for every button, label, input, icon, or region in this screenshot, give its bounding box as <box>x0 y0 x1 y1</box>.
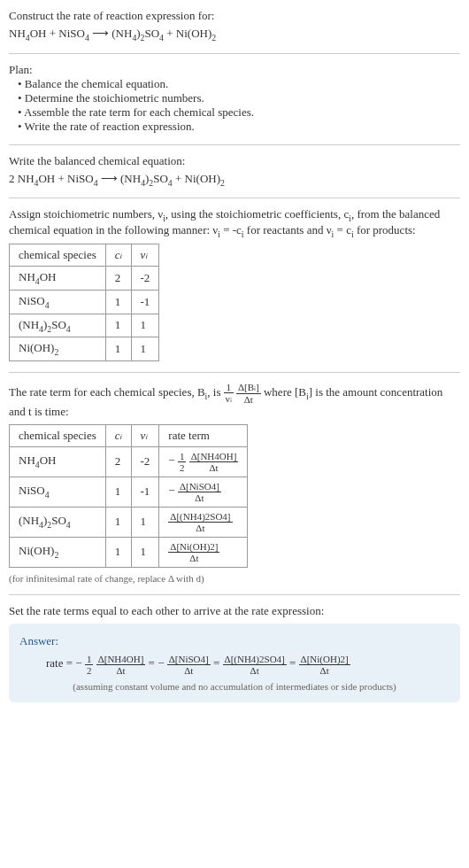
rateterm-text: The rate term for each chemical species,… <box>9 382 460 419</box>
ci-cell: 2 <box>105 267 131 291</box>
species-cell: NH4OH <box>10 267 106 291</box>
divider <box>9 372 460 373</box>
fraction: Δ[Ni(OH)2]Δt <box>299 654 350 676</box>
plan-item: • Assemble the rate term for each chemic… <box>18 105 460 120</box>
fraction: Δ[(NH4)2SO4]Δt <box>168 511 232 533</box>
vi-cell: -1 <box>131 477 159 507</box>
table-header: rate term <box>159 424 248 446</box>
species-cell: Ni(OH)2 <box>10 337 106 361</box>
table-header: chemical species <box>10 244 106 267</box>
ci-cell: 1 <box>105 314 131 337</box>
divider <box>9 53 460 54</box>
table-row: NH4OH 2 -2 − 12 Δ[NH4OH]Δt <box>10 446 248 477</box>
vi-cell: 1 <box>131 537 159 567</box>
plan-item: • Write the rate of reaction expression. <box>18 120 460 134</box>
table-header-row: chemical species cᵢ νᵢ <box>10 244 159 267</box>
vi-cell: 1 <box>131 507 159 537</box>
rate-cell: − Δ[NiSO4]Δt <box>159 477 248 507</box>
answer-box: Answer: rate = − 12 Δ[NH4OH]Δt = − Δ[NiS… <box>9 624 460 702</box>
species-cell: NiSO4 <box>10 477 106 507</box>
table-row: NiSO4 1 -1 − Δ[NiSO4]Δt <box>10 477 248 507</box>
divider <box>9 594 460 595</box>
fraction: 12 <box>178 451 187 473</box>
vi-cell: -1 <box>131 290 159 314</box>
answer-title: Answer: <box>19 634 450 648</box>
species-cell: NiSO4 <box>10 290 106 314</box>
table-row: (NH4)2SO4 1 1 Δ[(NH4)2SO4]Δt <box>10 507 248 537</box>
rate-cell: − 12 Δ[NH4OH]Δt <box>159 446 248 477</box>
vi-cell: 1 <box>131 337 159 361</box>
balanced-section: Write the balanced chemical equation: 2 … <box>9 154 460 188</box>
answer-note: (assuming constant volume and no accumul… <box>19 681 450 692</box>
rate-term-table: chemical species cᵢ νᵢ rate term NH4OH 2… <box>9 424 248 568</box>
plan-section: Plan: • Balance the chemical equation. •… <box>9 63 460 134</box>
vi-cell: -2 <box>131 267 159 291</box>
vi-cell: 1 <box>131 314 159 337</box>
rate-cell: Δ[Ni(OH)2]Δt <box>159 537 248 567</box>
table-header: cᵢ <box>105 424 131 446</box>
ci-cell: 1 <box>105 477 131 507</box>
divider <box>9 144 460 145</box>
unbalanced-equation: NH4OH + NiSO4 ⟶ (NH4)2SO4 + Ni(OH)2 <box>9 27 460 43</box>
fraction: 12 <box>85 654 94 676</box>
final-section: Set the rate terms equal to each other t… <box>9 604 460 702</box>
fraction: Δ[NiSO4]Δt <box>167 654 211 676</box>
stoichiometry-table: chemical species cᵢ νᵢ NH4OH 2 -2 NiSO4 … <box>9 244 159 360</box>
table-row: NH4OH 2 -2 <box>10 267 159 291</box>
table-header: chemical species <box>10 424 106 446</box>
table-header: νᵢ <box>131 424 159 446</box>
fraction: Δ[NH4OH]Δt <box>189 451 239 473</box>
fraction: Δ[NiSO4]Δt <box>178 481 221 503</box>
balanced-equation: 2 NH4OH + NiSO4 ⟶ (NH4)2SO4 + Ni(OH)2 <box>9 172 460 188</box>
divider <box>9 198 460 198</box>
table-header: cᵢ <box>105 244 131 267</box>
assign-section: Assign stoichiometric numbers, νi, using… <box>9 207 460 361</box>
ci-cell: 2 <box>105 446 131 477</box>
species-cell: Ni(OH)2 <box>10 537 106 567</box>
plan-item: • Determine the stoichiometric numbers. <box>18 91 460 105</box>
fraction: Δ[Bᵢ]Δt <box>236 382 261 405</box>
balanced-title: Write the balanced chemical equation: <box>9 154 460 168</box>
species-cell: (NH4)2SO4 <box>10 507 106 537</box>
vi-cell: -2 <box>131 446 159 477</box>
species-cell: NH4OH <box>10 446 106 477</box>
plan-title: Plan: <box>9 63 460 77</box>
prompt-title: Construct the rate of reaction expressio… <box>9 9 460 23</box>
final-text: Set the rate terms equal to each other t… <box>9 604 460 618</box>
table-row: Ni(OH)2 1 1 Δ[Ni(OH)2]Δt <box>10 537 248 567</box>
plan-item: • Balance the chemical equation. <box>18 77 460 91</box>
assign-text: Assign stoichiometric numbers, νi, using… <box>9 207 460 238</box>
prompt-section: Construct the rate of reaction expressio… <box>9 9 460 43</box>
table-header: νᵢ <box>131 244 159 267</box>
rateterm-section: The rate term for each chemical species,… <box>9 382 460 584</box>
fraction: 1νᵢ <box>224 382 234 405</box>
ci-cell: 1 <box>105 537 131 567</box>
fraction: Δ[NH4OH]Δt <box>96 654 146 676</box>
table-header-row: chemical species cᵢ νᵢ rate term <box>10 424 248 446</box>
fraction: Δ[(NH4)2SO4]Δt <box>223 654 287 676</box>
table-row: (NH4)2SO4 1 1 <box>10 314 159 337</box>
rate-cell: Δ[(NH4)2SO4]Δt <box>159 507 248 537</box>
fraction: Δ[Ni(OH)2]Δt <box>168 541 219 563</box>
table-row: Ni(OH)2 1 1 <box>10 337 159 361</box>
table-row: NiSO4 1 -1 <box>10 290 159 314</box>
ci-cell: 1 <box>105 290 131 314</box>
ci-cell: 1 <box>105 337 131 361</box>
species-cell: (NH4)2SO4 <box>10 314 106 337</box>
infinitesimal-note: (for infinitesimal rate of change, repla… <box>9 573 460 584</box>
answer-expression: rate = − 12 Δ[NH4OH]Δt = − Δ[NiSO4]Δt = … <box>46 654 450 676</box>
ci-cell: 1 <box>105 507 131 537</box>
